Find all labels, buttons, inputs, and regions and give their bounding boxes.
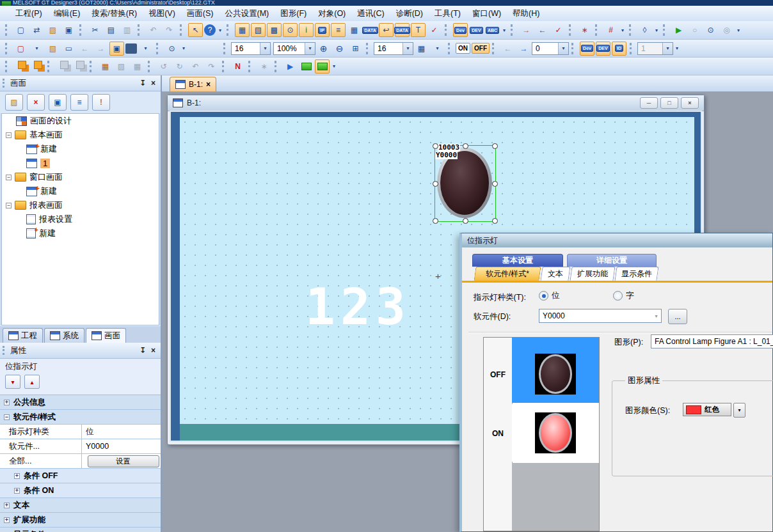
toolbar-grip[interactable] (511, 24, 516, 36)
delete-screen-button[interactable]: × (27, 94, 45, 111)
screen-jump-icon[interactable]: ↩ (379, 23, 394, 37)
toolbar-grip[interactable] (223, 43, 228, 54)
screen-preview-icon[interactable]: ▣ (109, 42, 124, 56)
clock-setting-icon[interactable]: T (411, 23, 426, 37)
document-tab-b1[interactable]: B-1: × (170, 77, 216, 91)
next-screen-icon[interactable]: → (93, 42, 108, 56)
label-device-view-icon[interactable]: DEV (596, 42, 610, 56)
tree-item-report-settings[interactable]: 报表设置 (2, 212, 159, 226)
property-category-display-condition[interactable]: + 显示条件 (0, 528, 161, 532)
object-frame-on-icon[interactable] (315, 59, 330, 74)
zoom-level-combo[interactable]: 100% ▾ (273, 42, 315, 55)
text-display-icon[interactable]: ABC (485, 23, 500, 37)
property-category-text[interactable]: + 文本 (0, 498, 161, 513)
expand-icon[interactable]: + (4, 517, 10, 523)
align-top-icon[interactable] (72, 59, 86, 74)
zoom-in-icon[interactable]: ⊕ (316, 42, 331, 56)
parts-image-list-icon[interactable]: ▦ (347, 23, 362, 37)
resize-handle-sw[interactable] (433, 218, 438, 224)
dialog-title-bar[interactable]: 位指示灯 (462, 233, 772, 247)
tab-device-style[interactable]: 软元件/样式* (474, 267, 541, 281)
menu-tools[interactable]: 工具(T) (429, 7, 466, 20)
tree-item-base-screens[interactable]: − 基本画面 (2, 128, 159, 142)
shape-color-button[interactable]: 红色 (683, 403, 731, 416)
menu-search-replace[interactable]: 搜索/替换(R) (86, 7, 142, 20)
menu-window[interactable]: 窗口(W) (467, 7, 506, 20)
data-verify-icon[interactable]: ✓ (427, 23, 442, 37)
menu-diagnostics[interactable]: 诊断(D) (391, 7, 428, 20)
tab-system[interactable]: 系统 (44, 328, 84, 343)
data-browser-icon[interactable]: DATA (363, 23, 378, 37)
help-icon[interactable]: ? (204, 24, 216, 36)
property-value[interactable]: 位 (82, 425, 161, 439)
color-dropdown-button[interactable]: ▾ (733, 403, 745, 418)
chevron-down-icon[interactable]: ▾ (558, 43, 568, 54)
collapse-icon[interactable]: − (6, 203, 12, 208)
save-icon[interactable]: ▣ (61, 23, 76, 37)
menu-figure[interactable]: 图形(F) (275, 7, 312, 20)
tab-text[interactable]: 文本 (540, 267, 570, 281)
redo-icon[interactable]: ↷ (162, 23, 177, 37)
device-view-icon[interactable]: Dev (580, 42, 594, 56)
tree-item-base-new[interactable]: + 新建 (2, 142, 159, 156)
read-from-got-icon[interactable]: ← (535, 23, 550, 37)
collapse-icon[interactable]: − (6, 132, 12, 138)
flip-vertical-icon[interactable]: ↷ (204, 59, 219, 74)
grid-size-combo[interactable]: 16 ▾ (374, 42, 413, 55)
zoom-out-icon[interactable]: ⊖ (332, 42, 347, 56)
tab-screen[interactable]: 画面 (86, 328, 126, 343)
simulator-stop-icon[interactable]: ◎ (719, 23, 734, 37)
simulator-update-icon[interactable]: ○ (687, 23, 702, 37)
chevron-down-icon[interactable]: ▾ (662, 43, 673, 54)
chevron-down-icon[interactable]: ▾ (402, 43, 413, 54)
comment-button[interactable]: ≡ (70, 94, 88, 111)
alarm-button[interactable]: ! (92, 94, 110, 111)
special-module-monitor-icon[interactable]: ◊ (637, 23, 652, 37)
resize-handle-se[interactable] (492, 218, 498, 224)
open-screen-icon[interactable]: ▧ (45, 42, 60, 56)
bring-to-front-icon[interactable]: ▦ (98, 59, 113, 74)
menu-project[interactable]: 工程(P) (10, 7, 47, 20)
tab-display-condition[interactable]: 显示条件 (614, 267, 658, 281)
screen-dropdown-icon[interactable]: ▾ (29, 42, 44, 56)
collapse-icon[interactable]: − (6, 175, 12, 180)
utility-icon[interactable]: ∗ (577, 23, 592, 37)
state-number-combo[interactable]: 0 ▾ (532, 42, 569, 55)
property-category-device-style[interactable]: − 软元件/样式 (0, 410, 161, 425)
paste-icon[interactable]: ▥ (120, 23, 134, 37)
select-cursor-icon[interactable]: ↖ (188, 23, 203, 37)
property-subcategory-condition-on[interactable]: + 条件 ON (0, 483, 161, 498)
screen-image-button[interactable]: ▣ (49, 94, 67, 111)
object-frame-icon[interactable] (299, 59, 314, 74)
align-left-icon[interactable] (56, 59, 70, 74)
tab-project[interactable]: 工程 (3, 328, 43, 343)
tree-item-base-screen-1[interactable]: 1 (2, 156, 159, 170)
toolbar-grip[interactable] (227, 24, 232, 36)
label-device-icon[interactable]: DEV (469, 23, 484, 37)
canvas-text-object[interactable]: 123 (305, 282, 411, 332)
chevron-down-icon[interactable]: ▾ (305, 43, 315, 54)
menu-communication[interactable]: 通讯(C) (352, 7, 389, 20)
on-state-row[interactable] (512, 404, 599, 462)
toolbar-overflow-icon[interactable]: ▾ (735, 23, 742, 37)
resize-handle-nw[interactable] (433, 143, 438, 149)
menu-view[interactable]: 视图(V) (143, 7, 180, 20)
restore-button[interactable]: □ (660, 97, 678, 109)
property-category-extended[interactable]: + 扩展功能 (0, 513, 161, 528)
system-configuration-icon[interactable]: # (603, 23, 618, 37)
resize-handle-s[interactable] (463, 218, 468, 224)
toolbar-grip[interactable] (5, 61, 10, 72)
expand-icon[interactable]: + (14, 473, 20, 479)
simulator-watch-icon[interactable]: ⊙ (703, 23, 718, 37)
menu-help[interactable]: 帮助(H) (507, 7, 545, 20)
resize-handle-n[interactable] (463, 143, 468, 149)
previous-screen-icon[interactable]: ← (77, 42, 92, 56)
toolbar-grip[interactable] (663, 24, 668, 36)
state-previous-icon[interactable]: ← (500, 42, 515, 56)
toolbar-overflow-icon[interactable]: ▾ (501, 23, 507, 37)
state-next-icon[interactable]: → (516, 42, 531, 56)
menu-object[interactable]: 对象(O) (313, 7, 351, 20)
toolbar-overflow-icon[interactable]: ▾ (180, 42, 187, 56)
tree-item-report-new[interactable]: + 新建 (2, 226, 159, 240)
ungroup-icon[interactable] (29, 59, 44, 74)
